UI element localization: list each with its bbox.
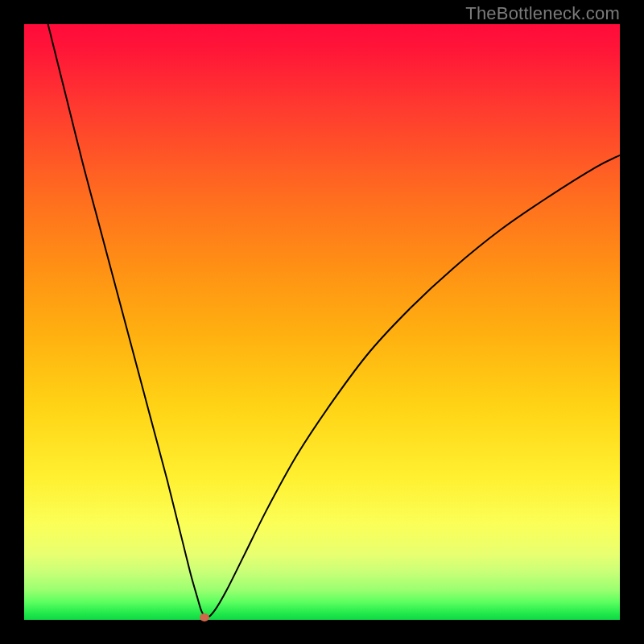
outer-frame: TheBottleneck.com (0, 0, 644, 644)
curve-svg (24, 24, 620, 620)
plot-area (24, 24, 620, 620)
watermark-text: TheBottleneck.com (465, 3, 620, 24)
bottleneck-curve-path (48, 24, 620, 617)
minimum-marker (200, 613, 209, 621)
